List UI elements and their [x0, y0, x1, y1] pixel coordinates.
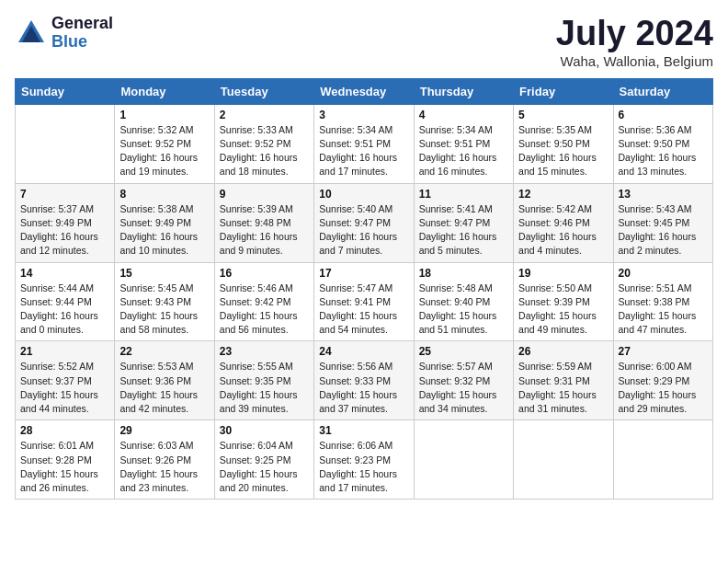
day-info: Sunrise: 6:00 AM Sunset: 9:29 PM Dayligh… — [619, 360, 708, 416]
calendar-cell: 1Sunrise: 5:32 AM Sunset: 9:52 PM Daylig… — [115, 104, 214, 183]
day-info: Sunrise: 5:48 AM Sunset: 9:40 PM Dayligh… — [419, 282, 508, 338]
calendar-cell: 21Sunrise: 5:52 AM Sunset: 9:37 PM Dayli… — [16, 341, 115, 420]
calendar-cell: 27Sunrise: 6:00 AM Sunset: 9:29 PM Dayli… — [613, 341, 712, 420]
day-info: Sunrise: 6:06 AM Sunset: 9:23 PM Dayligh… — [319, 439, 408, 495]
calendar-cell: 25Sunrise: 5:57 AM Sunset: 9:32 PM Dayli… — [414, 341, 513, 420]
day-info: Sunrise: 5:44 AM Sunset: 9:44 PM Dayligh… — [20, 282, 109, 338]
day-info: Sunrise: 5:40 AM Sunset: 9:47 PM Dayligh… — [319, 202, 408, 259]
calendar-cell: 29Sunrise: 6:03 AM Sunset: 9:26 PM Dayli… — [115, 420, 214, 500]
day-number: 5 — [518, 109, 608, 121]
day-number: 30 — [220, 424, 309, 437]
day-info: Sunrise: 5:50 AM Sunset: 9:39 PM Dayligh… — [518, 282, 608, 338]
day-info: Sunrise: 5:39 AM Sunset: 9:48 PM Dayligh… — [220, 202, 309, 259]
day-number: 28 — [20, 424, 109, 437]
logo-blue: Blue — [51, 33, 113, 52]
weekday-header: Monday — [115, 78, 214, 104]
day-info: Sunrise: 5:59 AM Sunset: 9:31 PM Dayligh… — [518, 360, 608, 416]
calendar-table: SundayMondayTuesdayWednesdayThursdayFrid… — [15, 78, 713, 500]
weekday-header: Sunday — [16, 78, 115, 104]
day-number: 15 — [119, 267, 209, 280]
calendar-week-row: 21Sunrise: 5:52 AM Sunset: 9:37 PM Dayli… — [16, 341, 713, 420]
calendar-cell: 11Sunrise: 5:41 AM Sunset: 9:47 PM Dayli… — [414, 183, 513, 262]
calendar-week-row: 14Sunrise: 5:44 AM Sunset: 9:44 PM Dayli… — [16, 262, 713, 341]
weekday-header: Saturday — [613, 78, 712, 104]
day-info: Sunrise: 5:46 AM Sunset: 9:42 PM Dayligh… — [220, 282, 309, 338]
weekday-header: Thursday — [414, 78, 513, 104]
day-info: Sunrise: 5:51 AM Sunset: 9:38 PM Dayligh… — [619, 282, 708, 338]
calendar-cell: 24Sunrise: 5:56 AM Sunset: 9:33 PM Dayli… — [314, 341, 414, 420]
calendar-cell: 26Sunrise: 5:59 AM Sunset: 9:31 PM Dayli… — [514, 341, 613, 420]
day-number: 6 — [619, 109, 708, 121]
calendar-cell: 28Sunrise: 6:01 AM Sunset: 9:28 PM Dayli… — [16, 420, 115, 500]
day-number: 23 — [220, 345, 309, 358]
day-info: Sunrise: 6:04 AM Sunset: 9:25 PM Dayligh… — [220, 439, 309, 495]
location-subtitle: Waha, Wallonia, Belgium — [556, 53, 713, 69]
calendar-cell: 22Sunrise: 5:53 AM Sunset: 9:36 PM Dayli… — [115, 341, 214, 420]
calendar-cell: 6Sunrise: 5:36 AM Sunset: 9:50 PM Daylig… — [613, 104, 712, 183]
day-number: 4 — [419, 109, 508, 121]
calendar-cell — [16, 104, 115, 183]
calendar-cell — [514, 420, 613, 500]
calendar-cell: 30Sunrise: 6:04 AM Sunset: 9:25 PM Dayli… — [214, 420, 313, 500]
day-info: Sunrise: 5:37 AM Sunset: 9:49 PM Dayligh… — [20, 202, 109, 259]
day-number: 31 — [319, 424, 408, 437]
calendar-cell: 8Sunrise: 5:38 AM Sunset: 9:49 PM Daylig… — [115, 183, 214, 262]
weekday-header: Tuesday — [214, 78, 313, 104]
logo-general: General — [51, 15, 113, 33]
day-info: Sunrise: 5:38 AM Sunset: 9:49 PM Dayligh… — [119, 202, 209, 259]
calendar-cell: 7Sunrise: 5:37 AM Sunset: 9:49 PM Daylig… — [16, 183, 115, 262]
title-block: July 2024 Waha, Wallonia, Belgium — [556, 15, 713, 69]
page-header: General Blue July 2024 Waha, Wallonia, B… — [15, 15, 713, 69]
day-number: 9 — [220, 188, 309, 201]
day-info: Sunrise: 5:35 AM Sunset: 9:50 PM Dayligh… — [518, 123, 608, 179]
day-number: 13 — [619, 188, 708, 201]
calendar-cell: 15Sunrise: 5:45 AM Sunset: 9:43 PM Dayli… — [115, 262, 214, 341]
weekday-header: Wednesday — [314, 78, 414, 104]
day-number: 24 — [319, 345, 408, 358]
day-info: Sunrise: 5:57 AM Sunset: 9:32 PM Dayligh… — [419, 360, 508, 416]
day-number: 17 — [319, 267, 408, 280]
logo-icon — [15, 17, 48, 50]
logo-text: General Blue — [51, 15, 113, 52]
day-info: Sunrise: 5:52 AM Sunset: 9:37 PM Dayligh… — [20, 360, 109, 416]
calendar-cell: 19Sunrise: 5:50 AM Sunset: 9:39 PM Dayli… — [514, 262, 613, 341]
day-number: 2 — [220, 109, 309, 121]
day-number: 1 — [119, 109, 209, 121]
calendar-cell: 4Sunrise: 5:34 AM Sunset: 9:51 PM Daylig… — [414, 104, 513, 183]
day-number: 7 — [20, 188, 109, 201]
day-info: Sunrise: 5:56 AM Sunset: 9:33 PM Dayligh… — [319, 360, 408, 416]
calendar-cell: 2Sunrise: 5:33 AM Sunset: 9:52 PM Daylig… — [214, 104, 313, 183]
day-number: 8 — [119, 188, 209, 201]
day-number: 29 — [119, 424, 209, 437]
day-info: Sunrise: 6:03 AM Sunset: 9:26 PM Dayligh… — [119, 439, 209, 495]
calendar-week-row: 7Sunrise: 5:37 AM Sunset: 9:49 PM Daylig… — [16, 183, 713, 262]
calendar-cell: 9Sunrise: 5:39 AM Sunset: 9:48 PM Daylig… — [214, 183, 313, 262]
calendar-cell — [613, 420, 712, 500]
day-number: 12 — [518, 188, 608, 201]
calendar-cell: 17Sunrise: 5:47 AM Sunset: 9:41 PM Dayli… — [314, 262, 414, 341]
day-number: 22 — [119, 345, 209, 358]
day-info: Sunrise: 5:43 AM Sunset: 9:45 PM Dayligh… — [619, 202, 708, 259]
day-info: Sunrise: 5:42 AM Sunset: 9:46 PM Dayligh… — [518, 202, 608, 259]
calendar-cell: 5Sunrise: 5:35 AM Sunset: 9:50 PM Daylig… — [514, 104, 613, 183]
day-info: Sunrise: 5:32 AM Sunset: 9:52 PM Dayligh… — [119, 123, 209, 179]
calendar-cell: 14Sunrise: 5:44 AM Sunset: 9:44 PM Dayli… — [16, 262, 115, 341]
logo: General Blue — [15, 15, 113, 52]
day-number: 20 — [619, 267, 708, 280]
calendar-cell: 12Sunrise: 5:42 AM Sunset: 9:46 PM Dayli… — [514, 183, 613, 262]
weekday-header: Friday — [514, 78, 613, 104]
day-info: Sunrise: 5:53 AM Sunset: 9:36 PM Dayligh… — [119, 360, 209, 416]
day-number: 18 — [419, 267, 508, 280]
calendar-cell: 13Sunrise: 5:43 AM Sunset: 9:45 PM Dayli… — [613, 183, 712, 262]
day-info: Sunrise: 5:36 AM Sunset: 9:50 PM Dayligh… — [619, 123, 708, 179]
calendar-cell: 20Sunrise: 5:51 AM Sunset: 9:38 PM Dayli… — [613, 262, 712, 341]
day-info: Sunrise: 5:55 AM Sunset: 9:35 PM Dayligh… — [220, 360, 309, 416]
day-info: Sunrise: 5:34 AM Sunset: 9:51 PM Dayligh… — [319, 123, 408, 179]
calendar-cell: 31Sunrise: 6:06 AM Sunset: 9:23 PM Dayli… — [314, 420, 414, 500]
day-info: Sunrise: 5:47 AM Sunset: 9:41 PM Dayligh… — [319, 282, 408, 338]
day-info: Sunrise: 5:33 AM Sunset: 9:52 PM Dayligh… — [220, 123, 309, 179]
day-number: 19 — [518, 267, 608, 280]
calendar-cell — [414, 420, 513, 500]
weekday-header-row: SundayMondayTuesdayWednesdayThursdayFrid… — [16, 78, 713, 104]
day-number: 14 — [20, 267, 109, 280]
